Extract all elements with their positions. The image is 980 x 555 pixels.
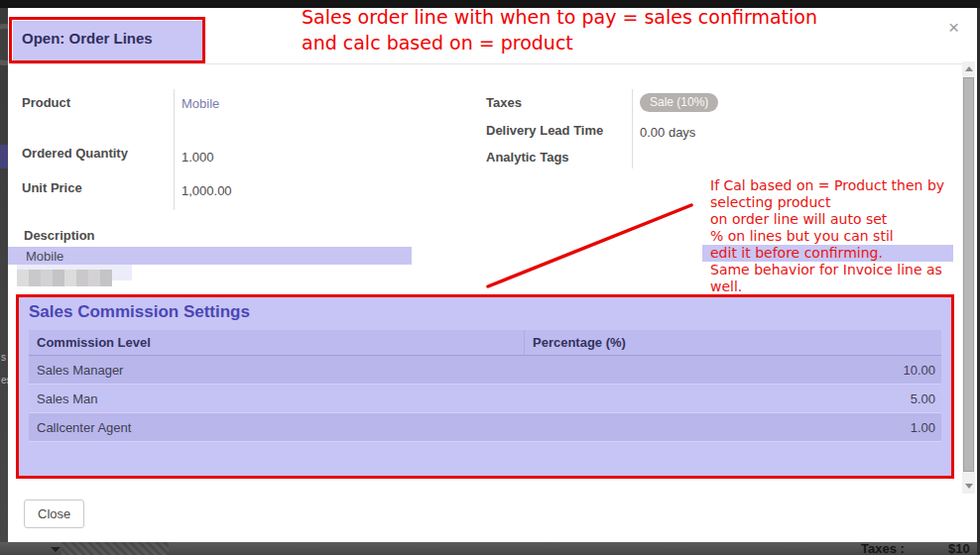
background-highlight-fragment: [0, 145, 8, 168]
description-label: Description: [24, 228, 95, 243]
percentage-cell: 5.00: [525, 391, 941, 406]
annotation-arrow: [476, 198, 704, 302]
table-row[interactable]: Sales Manager 10.00: [29, 356, 941, 385]
field-separator: [632, 89, 633, 168]
background-taxes-label: Taxes :: [861, 542, 905, 555]
close-button[interactable]: Close: [24, 500, 84, 528]
annotation-top-note: Sales order line with when to pay = sale…: [302, 4, 817, 56]
annotation-line-highlighted: edit it before confirming.: [702, 245, 953, 262]
field-separator: [174, 89, 175, 210]
annotation-line: % on lines but you can stil: [702, 228, 953, 245]
unit-price-value: 1,000.00: [182, 183, 232, 198]
dropdown-arrow-icon: [51, 547, 61, 552]
table-row[interactable]: Sales Man 5.00: [29, 385, 941, 413]
ordered-quantity-value: 1.000: [182, 150, 214, 165]
column-header-level: Commission Level: [29, 330, 525, 355]
analytic-tags-label: Analytic Tags: [486, 150, 569, 165]
taxes-label: Taxes: [486, 95, 522, 110]
delivery-lead-time-value: 0.00 days: [640, 125, 695, 140]
annotation-line: and calc based on = product: [302, 30, 817, 56]
sales-commission-section: Sales Commission Settings Commission Lev…: [16, 294, 954, 479]
background-text-fragment: s: [1, 352, 6, 363]
annotation-line: on order line will auto set: [702, 211, 953, 228]
commission-table: Commission Level Percentage (%) Sales Ma…: [29, 330, 941, 442]
modal-scrollbar[interactable]: [962, 61, 975, 494]
background-left-strip: s es: [0, 8, 8, 542]
annotation-line: Same behavior for Invoice line as: [702, 262, 953, 278]
commission-level-cell: Sales Man: [29, 391, 525, 406]
background-logo-fragment: [0, 24, 8, 65]
column-header-percentage: Percentage (%): [525, 335, 941, 350]
tax-tag-badge: Sale (10%): [640, 93, 718, 112]
product-label: Product: [22, 95, 70, 110]
annotation-line: Sales order line with when to pay = sale…: [302, 4, 817, 30]
background-taxes-value: $10: [948, 542, 970, 555]
header-divider: [12, 63, 972, 64]
close-icon[interactable]: ×: [948, 18, 959, 38]
description-selection-highlight: Mobile: [8, 247, 412, 265]
commission-level-cell: Sales Manager: [29, 363, 525, 378]
annotation-line: well.: [702, 278, 953, 295]
commission-level-cell: Callcenter Agent: [29, 420, 525, 435]
annotation-line: If Cal based on = Product then by: [702, 177, 953, 194]
unit-price-label: Unit Price: [22, 180, 82, 195]
background-pattern: [61, 542, 169, 555]
annotation-side-note: If Cal based on = Product then by select…: [702, 177, 953, 295]
background-text-fragment: es: [1, 375, 8, 386]
annotation-line: selecting product: [702, 194, 953, 211]
commission-table-header: Commission Level Percentage (%): [29, 330, 941, 356]
commission-section-title: Sales Commission Settings: [29, 302, 250, 322]
redacted-text-blur: [17, 270, 112, 286]
table-row[interactable]: Callcenter Agent 1.00: [29, 413, 941, 442]
scroll-up-icon[interactable]: [965, 66, 973, 71]
scroll-down-icon[interactable]: [965, 484, 973, 489]
ordered-quantity-label: Ordered Quantity: [22, 146, 128, 161]
order-line-modal: Open: Order Lines × Product Ordered Quan…: [8, 8, 977, 542]
percentage-cell: 1.00: [525, 420, 941, 435]
delivery-lead-time-label: Delivery Lead Time: [486, 123, 603, 138]
background-bottom-strip: Taxes : $10: [0, 542, 977, 555]
modal-title: Open: Order Lines: [22, 30, 153, 47]
description-line: Mobile: [26, 249, 63, 264]
percentage-cell: 10.00: [525, 363, 941, 378]
product-link[interactable]: Mobile: [182, 96, 219, 111]
scrollbar-thumb[interactable]: [963, 77, 974, 472]
